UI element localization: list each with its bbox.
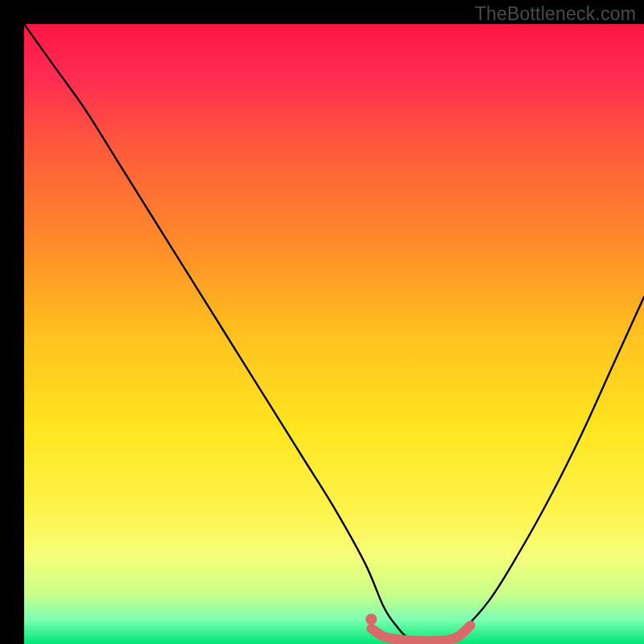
chart-frame: TheBottleneck.com xyxy=(0,0,644,644)
attribution-label: TheBottleneck.com xyxy=(475,3,636,25)
plot-area xyxy=(24,24,644,644)
chart-svg xyxy=(24,24,644,644)
marker-dot xyxy=(365,613,377,625)
gradient-background xyxy=(24,24,644,644)
